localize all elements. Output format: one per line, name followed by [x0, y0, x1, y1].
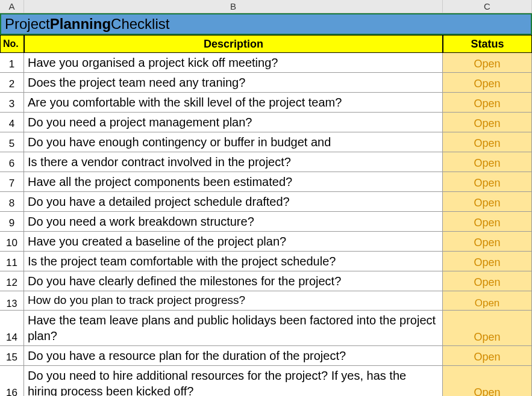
cell-no[interactable]: 5 [0, 132, 24, 152]
table-row: 16Do you need to hire additional resourc… [0, 366, 532, 396]
table-row: 5Do you have enough contingency or buffe… [0, 132, 532, 152]
title-part2: Checklist [111, 16, 169, 32]
cell-status[interactable]: Open [443, 113, 532, 132]
cell-no[interactable]: 15 [0, 346, 24, 366]
cell-status[interactable]: Open [443, 152, 532, 172]
title-part1: Project [5, 16, 50, 32]
table-row: 1Have you organised a project kick off m… [0, 53, 532, 73]
cell-no[interactable]: 1 [0, 53, 24, 73]
cell-description[interactable]: Do you need to hire additional resources… [24, 366, 443, 396]
cell-status[interactable]: Open [443, 252, 532, 271]
header-row: No. Description Status [0, 35, 532, 53]
cell-no[interactable]: 11 [0, 252, 24, 271]
cell-description[interactable]: Do you have a detailed project schedule … [24, 192, 443, 212]
cell-no[interactable]: 14 [0, 311, 24, 346]
cell-no[interactable]: 6 [0, 152, 24, 172]
col-header-b[interactable]: B [24, 0, 443, 13]
table-row: 10Have you created a baseline of the pro… [0, 232, 532, 252]
cell-description[interactable]: Do you have a resource plan for the dura… [24, 346, 443, 366]
cell-status[interactable]: Open [443, 172, 532, 192]
cell-status[interactable]: Open [443, 132, 532, 152]
column-headers: A B C [0, 0, 532, 13]
cell-description[interactable]: Have you created a baseline of the proje… [24, 232, 443, 252]
cell-description[interactable]: Have you organised a project kick off me… [24, 53, 443, 73]
cell-description[interactable]: Do you have clearly defined the mileston… [24, 271, 443, 291]
table-row: 6Is there a vendor contract involved in … [0, 152, 532, 172]
cell-description[interactable]: How do you plan to track project progres… [24, 291, 443, 311]
cell-status[interactable]: Open [443, 366, 532, 396]
cell-description[interactable]: Does the project team need any traning? [24, 73, 443, 93]
title-row: Project Planning Checklist [0, 13, 532, 35]
table-row: 9Do you need a work breakdown structure?… [0, 212, 532, 232]
table-row: 11Is the project team comfortable with t… [0, 252, 532, 271]
cell-description[interactable]: Are you comfortable with the skill level… [24, 93, 443, 113]
cell-status[interactable]: Open [443, 311, 532, 346]
table-row: 8Do you have a detailed project schedule… [0, 192, 532, 212]
cell-status[interactable]: Open [443, 73, 532, 93]
spreadsheet: A B C Project Planning Checklist No. Des… [0, 0, 532, 396]
cell-no[interactable]: 3 [0, 93, 24, 113]
cell-no[interactable]: 13 [0, 291, 24, 311]
cell-no[interactable]: 4 [0, 113, 24, 132]
header-no[interactable]: No. [0, 35, 24, 53]
cell-description[interactable]: Have the team leave plans and public hol… [24, 311, 443, 346]
table-row: 4Do you need a project management plan?O… [0, 113, 532, 132]
cell-no[interactable]: 10 [0, 232, 24, 252]
cell-status[interactable]: Open [443, 232, 532, 252]
cell-description[interactable]: Do you need a project management plan? [24, 113, 443, 132]
cell-description[interactable]: Is the project team comfortable with the… [24, 252, 443, 271]
table-row: 13How do you plan to track project progr… [0, 291, 532, 311]
cell-status[interactable]: Open [443, 291, 532, 311]
cell-no[interactable]: 8 [0, 192, 24, 212]
table-row: 7Have all the project components been es… [0, 172, 532, 192]
header-status[interactable]: Status [443, 35, 532, 53]
table-row: 14Have the team leave plans and public h… [0, 311, 532, 346]
cell-description[interactable]: Have all the project components been est… [24, 172, 443, 192]
cell-no[interactable]: 2 [0, 73, 24, 93]
cell-description[interactable]: Do you have enough contingency or buffer… [24, 132, 443, 152]
cell-status[interactable]: Open [443, 53, 532, 73]
cell-status[interactable]: Open [443, 212, 532, 232]
col-header-c[interactable]: C [443, 0, 532, 13]
table-row: 2Does the project team need any traning?… [0, 73, 532, 93]
header-description[interactable]: Description [24, 35, 443, 53]
cell-no[interactable]: 16 [0, 366, 24, 396]
cell-status[interactable]: Open [443, 346, 532, 366]
table-row: 3Are you comfortable with the skill leve… [0, 93, 532, 113]
cell-status[interactable]: Open [443, 271, 532, 291]
cell-no[interactable]: 12 [0, 271, 24, 291]
rows-container: 1Have you organised a project kick off m… [0, 53, 532, 396]
table-row: 12Do you have clearly defined the milest… [0, 271, 532, 291]
cell-no[interactable]: 9 [0, 212, 24, 232]
col-header-a[interactable]: A [0, 0, 24, 13]
title-cell[interactable]: Project Planning Checklist [0, 13, 532, 35]
title-bold: Planning [50, 16, 111, 32]
cell-description[interactable]: Do you need a work breakdown structure? [24, 212, 443, 232]
cell-status[interactable]: Open [443, 192, 532, 212]
table-row: 15Do you have a resource plan for the du… [0, 346, 532, 366]
cell-no[interactable]: 7 [0, 172, 24, 192]
cell-status[interactable]: Open [443, 93, 532, 113]
cell-description[interactable]: Is there a vendor contract involved in t… [24, 152, 443, 172]
